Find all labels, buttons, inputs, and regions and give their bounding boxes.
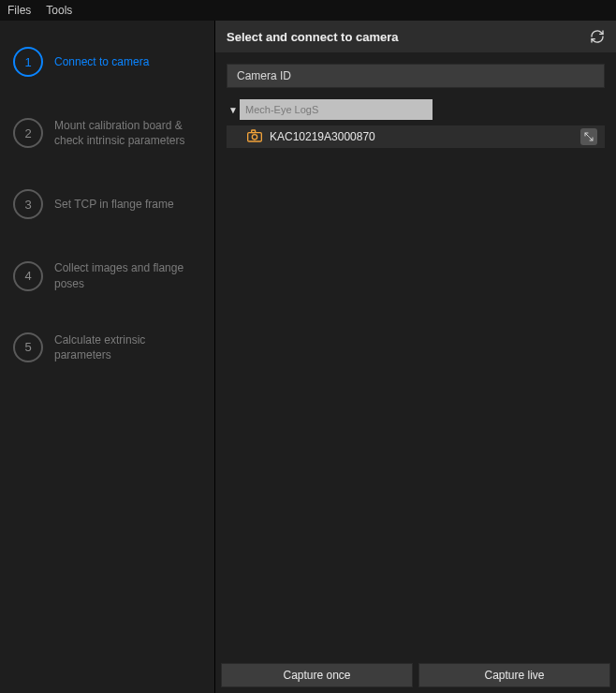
- menubar: Files Tools: [0, 0, 616, 21]
- menu-tools[interactable]: Tools: [46, 4, 72, 17]
- tree-group-row[interactable]: ▼ Mech-Eye LogS: [227, 99, 433, 120]
- step-number: 1: [13, 47, 43, 77]
- refresh-icon[interactable]: [590, 29, 605, 44]
- camera-list-item[interactable]: KAC10219A3000870: [227, 125, 605, 148]
- camera-list-panel: Camera ID ▼ Mech-Eye LogS KAC10219A30008: [215, 52, 616, 657]
- camera-icon: [247, 129, 262, 145]
- step-label: Collect images and flange poses: [54, 260, 203, 290]
- tree-group-label: Mech-Eye LogS: [240, 99, 433, 120]
- menu-files[interactable]: Files: [7, 4, 31, 17]
- step-number: 3: [13, 189, 43, 219]
- svg-point-2: [252, 134, 257, 139]
- wizard-steps: 1 Connect to camera 2 Mount calibration …: [0, 21, 215, 693]
- capture-footer: Capture once Capture live: [215, 657, 616, 693]
- main-header: Select and connect to camera: [215, 21, 616, 52]
- step-number: 4: [13, 261, 43, 291]
- step-mount-calibration-board[interactable]: 2 Mount calibration board & check intrin…: [13, 118, 203, 148]
- step-label: Mount calibration board & check intrinsi…: [54, 118, 203, 148]
- step-label: Set TCP in flange frame: [54, 197, 174, 212]
- step-number: 5: [13, 332, 43, 362]
- camera-id-text: KAC10219A3000870: [270, 130, 573, 143]
- column-header-camera-id: Camera ID: [227, 64, 605, 88]
- step-set-tcp[interactable]: 3 Set TCP in flange frame: [13, 189, 203, 219]
- main-panel: Select and connect to camera Camera ID ▼…: [215, 21, 616, 693]
- caret-down-icon: ▼: [227, 105, 240, 115]
- svg-rect-1: [252, 130, 256, 133]
- step-calculate-extrinsic[interactable]: 5 Calculate extrinsic parameters: [13, 332, 203, 362]
- camera-tree: ▼ Mech-Eye LogS KAC10219A3000870: [227, 99, 605, 650]
- step-number: 2: [13, 118, 43, 148]
- page-title: Select and connect to camera: [227, 30, 399, 44]
- body: 1 Connect to camera 2 Mount calibration …: [0, 21, 616, 693]
- expand-icon[interactable]: [580, 128, 597, 145]
- step-label: Connect to camera: [54, 54, 149, 69]
- step-label: Calculate extrinsic parameters: [54, 332, 203, 362]
- step-connect-camera[interactable]: 1 Connect to camera: [13, 47, 203, 77]
- capture-live-button[interactable]: Capture live: [418, 663, 610, 687]
- capture-once-button[interactable]: Capture once: [221, 663, 413, 687]
- step-collect-images[interactable]: 4 Collect images and flange poses: [13, 260, 203, 290]
